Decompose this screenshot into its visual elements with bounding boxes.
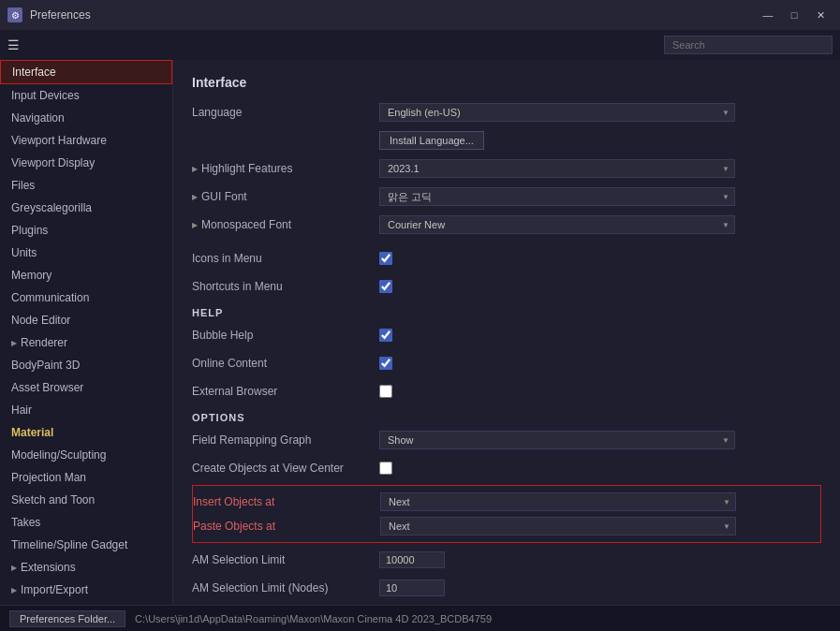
language-row: Language English (en-US) — [192, 101, 821, 124]
minimize-button[interactable]: — — [756, 3, 780, 27]
page-title: Interface — [192, 75, 821, 90]
window-title: Preferences — [30, 8, 748, 22]
am-selection-limit-input[interactable]: 10000 — [379, 551, 445, 568]
sidebar-item-takes[interactable]: Takes — [0, 511, 172, 534]
sidebar-item-sketch-and-toon[interactable]: Sketch and Toon — [0, 489, 172, 511]
sidebar-item-modeling-sculpting[interactable]: Modeling/Sculpting — [0, 444, 172, 466]
sidebar-item-bodypaint-3d[interactable]: BodyPaint 3D — [0, 354, 172, 376]
monospaced-font-select[interactable]: Courier New — [379, 215, 735, 234]
monospaced-font-row: Monospaced Font Courier New — [192, 213, 821, 236]
language-select[interactable]: English (en-US) — [379, 103, 735, 122]
sidebar-item-import-export[interactable]: Import/Export — [0, 579, 172, 601]
preferences-folder-button[interactable]: Preferences Folder... — [9, 610, 125, 627]
sidebar-item-extensions[interactable]: Extensions — [0, 556, 172, 579]
sidebar-item-communication[interactable]: Communication — [0, 286, 172, 309]
external-browser-checkbox[interactable] — [379, 385, 392, 398]
sidebar-item-node-editor[interactable]: Node Editor — [0, 309, 172, 331]
content-area: InterfaceInput DevicesNavigationViewport… — [0, 60, 840, 605]
insert-objects-select[interactable]: Next — [380, 492, 736, 511]
sidebar-item-timeline-spline-gadget[interactable]: Timeline/Spline Gadget — [0, 534, 172, 556]
sidebar-item-plugins[interactable]: Plugins — [0, 219, 172, 242]
bubble-help-checkbox[interactable] — [379, 329, 392, 342]
gui-font-row: GUI Font 맑은 고딕 — [192, 185, 821, 208]
icons-in-menu-label: Icons in Menu — [192, 252, 379, 265]
paste-objects-row: Paste Objects at Next — [193, 514, 820, 538]
bubble-help-label: Bubble Help — [192, 329, 379, 342]
gui-font-select[interactable]: 맑은 고딕 — [379, 187, 735, 206]
gui-font-label: GUI Font — [192, 190, 379, 203]
paste-objects-select-wrapper: Next — [380, 517, 736, 536]
maximize-button[interactable]: □ — [782, 3, 806, 27]
am-selection-limit-nodes-label: AM Selection Limit (Nodes) — [192, 581, 379, 594]
sidebar-item-viewport-display[interactable]: Viewport Display — [0, 152, 172, 174]
preferences-window: ⚙ Preferences — □ ✕ ☰ InterfaceInput Dev… — [0, 0, 840, 631]
window-controls: — □ ✕ — [756, 3, 833, 27]
sidebar-item-asset-browser[interactable]: Asset Browser — [0, 376, 172, 399]
sidebar-item-material[interactable]: Material — [0, 421, 172, 444]
external-browser-label: External Browser — [192, 385, 379, 398]
close-button[interactable]: ✕ — [808, 3, 833, 27]
options-header: OPTIONS — [192, 412, 821, 423]
am-selection-limit-nodes-input[interactable]: 10 — [379, 580, 445, 596]
sidebar-item-units[interactable]: Units — [0, 242, 172, 264]
online-content-row: Online Content — [192, 352, 821, 374]
preferences-path: C:\Users\jin1d\AppData\Roaming\Maxon\Max… — [135, 613, 492, 624]
icons-in-menu-row: Icons in Menu — [192, 247, 821, 270]
statusbar: Preferences Folder... C:\Users\jin1d\App… — [0, 605, 840, 631]
field-remapping-select-wrapper: Show — [379, 431, 735, 449]
shortcuts-in-menu-checkbox[interactable] — [379, 280, 392, 293]
am-selection-limit-label: AM Selection Limit — [192, 553, 379, 566]
paste-objects-label: Paste Objects at — [193, 520, 380, 533]
search-input[interactable] — [664, 36, 833, 54]
insert-objects-select-wrapper: Next — [380, 492, 736, 511]
gui-font-select-wrapper: 맑은 고딕 — [379, 187, 735, 206]
sidebar-item-projection-man[interactable]: Projection Man — [0, 466, 172, 489]
paste-objects-select[interactable]: Next — [380, 517, 736, 536]
language-label: Language — [192, 106, 379, 119]
sidebar-item-hair[interactable]: Hair — [0, 399, 172, 421]
am-selection-limit-row: AM Selection Limit 10000 — [192, 549, 821, 571]
help-header: HELP — [192, 307, 821, 318]
field-remapping-label: Field Remapping Graph — [192, 433, 379, 447]
insert-objects-row: Insert Objects at Next — [193, 490, 820, 514]
am-selection-limit-nodes-row: AM Selection Limit (Nodes) 10 — [192, 577, 821, 599]
insert-objects-label: Insert Objects at — [193, 495, 380, 508]
bubble-help-row: Bubble Help — [192, 324, 821, 346]
sidebar-item-files[interactable]: Files — [0, 174, 172, 197]
main-panel: Interface Language English (en-US) Insta… — [173, 60, 840, 605]
external-browser-row: External Browser — [192, 380, 821, 403]
toolbar: ☰ — [0, 30, 840, 60]
highlight-features-label: Highlight Features — [192, 162, 379, 175]
highlight-features-select-wrapper: 2023.1 — [379, 159, 735, 178]
monospaced-font-label: Monospaced Font — [192, 218, 379, 231]
highlighted-insert-paste-group: Insert Objects at Next Paste Objects at … — [192, 485, 821, 543]
monospaced-font-select-wrapper: Courier New — [379, 215, 735, 234]
field-remapping-row: Field Remapping Graph Show — [192, 429, 821, 451]
sidebar-item-viewport-hardware[interactable]: Viewport Hardware — [0, 129, 172, 152]
language-select-wrapper: English (en-US) — [379, 103, 735, 122]
highlight-features-row: Highlight Features 2023.1 — [192, 157, 821, 180]
field-remapping-select[interactable]: Show — [379, 431, 735, 449]
app-icon: ⚙ — [7, 7, 22, 22]
menu-icon[interactable]: ☰ — [7, 37, 20, 52]
shortcuts-in-menu-label: Shortcuts in Menu — [192, 280, 379, 293]
install-language-row: Install Language... — [192, 129, 821, 152]
sidebar-item-input-devices[interactable]: Input Devices — [0, 84, 172, 107]
online-content-label: Online Content — [192, 357, 379, 370]
sidebar-item-navigation[interactable]: Navigation — [0, 107, 172, 129]
sidebar-item-interface[interactable]: Interface — [0, 60, 172, 84]
highlight-features-select[interactable]: 2023.1 — [379, 159, 735, 178]
sidebar-item-greyscalegorilla[interactable]: Greyscalegorilla — [0, 197, 172, 219]
shortcuts-in-menu-row: Shortcuts in Menu — [192, 275, 821, 298]
create-objects-row: Create Objects at View Center — [192, 457, 821, 479]
create-objects-checkbox[interactable] — [379, 462, 392, 475]
sidebar: InterfaceInput DevicesNavigationViewport… — [0, 60, 173, 605]
create-objects-label: Create Objects at View Center — [192, 462, 379, 475]
titlebar: ⚙ Preferences — □ ✕ — [0, 0, 840, 30]
icons-in-menu-checkbox[interactable] — [379, 252, 392, 265]
install-language-button[interactable]: Install Language... — [379, 131, 484, 150]
sidebar-item-memory[interactable]: Memory — [0, 264, 172, 286]
sidebar-item-renderer[interactable]: Renderer — [0, 331, 172, 354]
online-content-checkbox[interactable] — [379, 357, 392, 370]
